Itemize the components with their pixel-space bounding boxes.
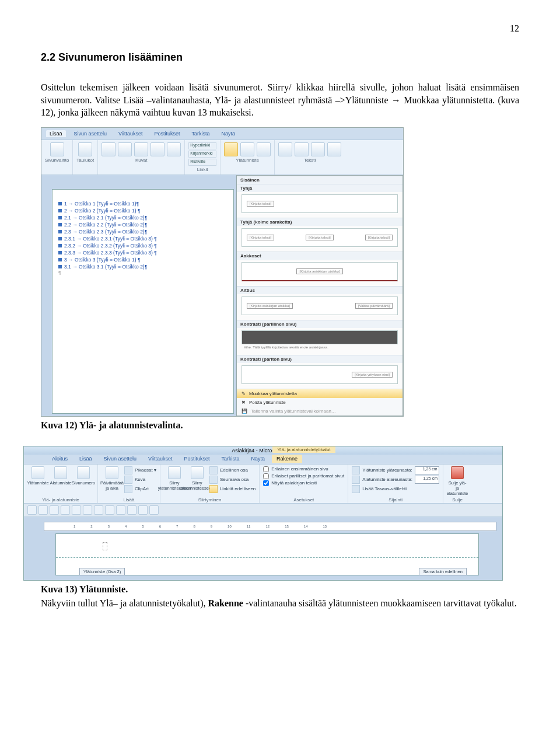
kaavio-icon[interactable]: [167, 142, 181, 156]
next-section-button[interactable]: Seuraava osa: [209, 476, 256, 484]
ylatunniste-button[interactable]: Ylätunniste: [27, 466, 48, 486]
tab-nayta[interactable]: Näytä: [246, 455, 270, 463]
ribbon-tabs: Aloitus Lisää Sivun asettelu Viittaukset…: [24, 455, 502, 464]
footer-from-bottom-input[interactable]: 1,25 cm: [415, 476, 439, 484]
alatunniste-button[interactable]: [240, 142, 254, 156]
anfangi-icon[interactable]: [327, 142, 341, 156]
group-sijainti: Ylätunniste yläreunasta:1,25 cm Alatunni…: [348, 465, 443, 503]
tab-lisaa[interactable]: Lisää: [46, 130, 66, 137]
qat-icon[interactable]: [50, 505, 59, 515]
wordart-icon[interactable]: [311, 142, 325, 156]
pikaosat-icon[interactable]: [295, 142, 309, 156]
pvm-button[interactable]: Päivämäärä ja aika: [102, 466, 123, 491]
edit-header-button[interactable]: ✎Muokkaa ylätunnistetta: [237, 389, 402, 398]
gallery-option-kontrasti-parillinen[interactable]: Kontrasti (parillinen sivu): [237, 320, 402, 328]
tab-viittaukset[interactable]: Viittaukset: [115, 130, 146, 137]
contextual-tab-label: Ylä- ja alatunnistetyökalut: [272, 446, 335, 453]
header-gallery[interactable]: Sisäinen Tyhjä [Kirjoita teksti] Tyhjä (…: [236, 175, 403, 416]
gallery-thumb[interactable]: [Kirjoita asiakirjan otsikko] [Valitse p…: [237, 294, 402, 320]
different-first-checkbox[interactable]: Erilainen ensimmäinen sivu: [263, 466, 344, 472]
different-odd-even-checkbox[interactable]: Erilaiset parilliset ja parittomat sivut: [263, 473, 344, 479]
kuva-icon[interactable]: [102, 142, 116, 156]
ribbon-tabs: Lisää Sivun asettelu Viittaukset Postitu…: [41, 128, 403, 139]
goto-footer-button[interactable]: Siirry alatunnisteeseen: [187, 466, 208, 491]
qat-icon[interactable]: [72, 505, 81, 515]
checkbox[interactable]: [263, 473, 269, 479]
pikaosat-button[interactable]: Pikaosat ▾: [124, 466, 156, 474]
prev-section-button[interactable]: Edellinen osa: [209, 466, 256, 474]
next-icon: [209, 476, 218, 484]
qat-icon[interactable]: [94, 505, 103, 515]
gallery-option-kontrasti-pariton[interactable]: Kontrasti (pariton sivu): [237, 355, 402, 363]
qat-icon[interactable]: [138, 505, 148, 515]
alatunniste-button[interactable]: Alatunniste: [50, 466, 71, 486]
group-lisaa: Päivämäärä ja aika Pikaosat ▾ Kuva ClipA…: [98, 465, 160, 503]
gallery-thumb[interactable]: [Kirjoita asiakirjan otsikko]: [237, 260, 402, 286]
gallery-option-kolme[interactable]: Tyhjä (kolme saraketta): [237, 218, 402, 226]
bullet-icon: [58, 216, 62, 219]
tab-sivun-asettelu[interactable]: Sivun asettelu: [71, 130, 111, 137]
bullet-icon: [58, 209, 62, 212]
tab-postitukset[interactable]: Postitukset: [150, 130, 183, 137]
insert-alignment-tab-button[interactable]: Lisää Tasaus-välilehti: [352, 485, 439, 493]
tab-nayta[interactable]: Näytä: [218, 130, 239, 137]
header-section-tag: Ylätunniste (Osa 2): [79, 568, 125, 575]
gallery-thumb[interactable]: [Kirjoita yrityksen nimi]: [237, 363, 402, 389]
section-heading: 2.2 Sivunumeron lisääminen: [41, 51, 519, 64]
sivunumero-button[interactable]: Sivunumero: [73, 466, 94, 486]
gallery-option-aittius[interactable]: Aittius: [237, 286, 402, 294]
remove-header-button[interactable]: ✖Poista ylätunniste: [237, 398, 402, 407]
kuva-button[interactable]: Kuva: [124, 476, 156, 484]
taulukko-icon[interactable]: [78, 142, 92, 156]
qat-icon[interactable]: [27, 505, 37, 515]
gallery-thumb[interactable]: [Kirjoita teksti]: [237, 192, 402, 218]
tab-viittaukset[interactable]: Viittaukset: [144, 455, 177, 463]
ribbon: Ylätunniste Alatunniste Sivunumero Ylä- …: [24, 464, 502, 504]
tab-rakenne[interactable]: Rakenne: [272, 455, 302, 463]
clipart-button[interactable]: ClipArt: [124, 485, 156, 493]
qat-icon[interactable]: [61, 505, 70, 515]
smartart-icon[interactable]: [150, 142, 164, 156]
page-preview[interactable]: Ylätunniste (Osa 2) Sama kuin edellinen: [55, 533, 479, 575]
tekstikehys-icon[interactable]: [278, 142, 292, 156]
tab-tarkista[interactable]: Tarkista: [216, 455, 244, 463]
link-to-previous-button[interactable]: Linkitä edelliseen: [209, 485, 256, 493]
gallery-option-tyhja[interactable]: Tyhjä: [237, 184, 402, 192]
bold-term: Rakenne: [208, 598, 243, 608]
tab-aloitus[interactable]: Aloitus: [47, 455, 72, 463]
tab-lisaa[interactable]: Lisää: [75, 455, 97, 463]
ylatunniste-button[interactable]: [224, 142, 238, 156]
qat-icon[interactable]: [83, 505, 92, 515]
tab-tarkista[interactable]: Tarkista: [188, 130, 213, 137]
close-header-footer-button[interactable]: Sulje ylä- ja alatunniste: [447, 466, 468, 496]
checkbox[interactable]: [263, 466, 269, 472]
gallery-option-aakkoset[interactable]: Aakkoset: [237, 252, 402, 260]
gallery-thumb[interactable]: Vihe. Tällä tyylillä kirjoitettua teksti…: [237, 328, 402, 355]
qat-icon[interactable]: [149, 505, 159, 515]
qat-icon[interactable]: [38, 505, 48, 515]
group-label: Sijainti: [352, 497, 439, 502]
header-from-top-input[interactable]: 1,25 cm: [415, 466, 439, 474]
body-paragraph: Osittelun tekemisen jälkeen voidaan lisä…: [41, 81, 519, 119]
ruler[interactable]: 123456789101112131415: [44, 522, 496, 531]
show-doc-text-checkbox[interactable]: Näytä asiakirjan teksti: [263, 480, 344, 486]
qat-icon[interactable]: [127, 505, 136, 515]
tab-sivun-asettelu[interactable]: Sivun asettelu: [99, 455, 142, 463]
header-pos-icon: [352, 466, 360, 474]
kirjanmerkki-button[interactable]: Kirjanmerkki: [188, 151, 216, 158]
figure-caption-12: Kuva 12) Ylä- ja alatunnistevalinta.: [41, 420, 519, 431]
gallery-footer: ✎Muokkaa ylätunnistetta ✖Poista ylätunni…: [237, 389, 402, 416]
sivunvaihto-icon[interactable]: [50, 142, 64, 156]
qat-icon[interactable]: [116, 505, 125, 515]
sivunumero-button[interactable]: [257, 142, 271, 156]
bullet-icon: [58, 251, 62, 254]
outline-row: 2.3.2 → Otsikko·2.3.2·(Tyyli·=·Otsikko·3…: [58, 242, 228, 249]
checkbox[interactable]: [263, 480, 269, 486]
gallery-thumb[interactable]: [Kirjoita teksti] [Kirjoita teksti] [Kir…: [237, 226, 402, 252]
qat-icon[interactable]: [105, 505, 114, 515]
clipart-icon[interactable]: [118, 142, 132, 156]
ristiviite-button[interactable]: Ristiviite: [188, 159, 216, 166]
tab-postitukset[interactable]: Postitukset: [179, 455, 214, 463]
muodot-icon[interactable]: [134, 142, 148, 156]
hyperlinkki-button[interactable]: Hyperlinkki: [188, 142, 216, 149]
